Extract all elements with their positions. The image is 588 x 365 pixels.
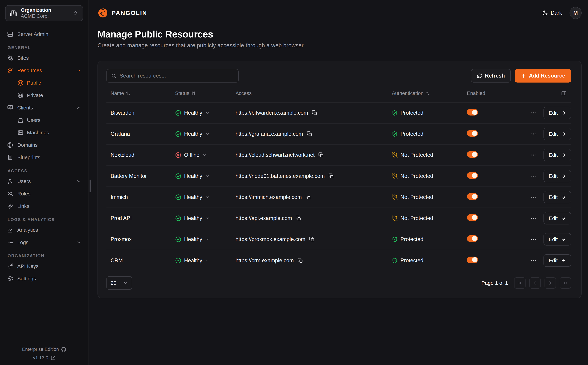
table-row: Immich Healthy https://immich.example.co… bbox=[106, 187, 571, 208]
status-dropdown[interactable]: Healthy bbox=[175, 110, 209, 116]
sidebar-item-server-admin[interactable]: Server Admin bbox=[5, 29, 84, 39]
toggle-knob bbox=[472, 110, 477, 115]
column-header-status[interactable]: Status bbox=[175, 91, 235, 96]
status-label: Healthy bbox=[184, 257, 202, 264]
status-dropdown[interactable]: Healthy bbox=[175, 257, 209, 264]
search-input[interactable] bbox=[120, 73, 234, 79]
sidebar-item-machines[interactable]: Machines bbox=[15, 128, 84, 137]
column-header-name[interactable]: Name bbox=[111, 91, 175, 96]
resource-name: Nextcloud bbox=[111, 152, 175, 158]
chevron-down-icon bbox=[76, 179, 81, 184]
enabled-toggle[interactable] bbox=[467, 151, 478, 158]
copy-url-button[interactable] bbox=[306, 194, 311, 200]
sidebar-item-roles[interactable]: Roles bbox=[5, 189, 84, 199]
row-menu-button[interactable] bbox=[529, 172, 538, 180]
status-dropdown[interactable]: Healthy bbox=[175, 236, 209, 242]
sidebar-item-analytics[interactable]: Analytics bbox=[5, 225, 84, 235]
sidebar-item-label: Private bbox=[27, 92, 43, 98]
copy-url-button[interactable] bbox=[307, 131, 312, 137]
circle-check-icon bbox=[175, 194, 181, 200]
prev-page-button[interactable] bbox=[529, 277, 541, 289]
circle-check-icon bbox=[175, 215, 181, 221]
copy-url-button[interactable] bbox=[312, 110, 317, 116]
row-menu-button[interactable] bbox=[529, 130, 538, 138]
sidebar-item-clients[interactable]: Clients bbox=[5, 103, 84, 112]
circle-check-icon bbox=[175, 257, 181, 264]
row-menu-button[interactable] bbox=[529, 193, 538, 201]
edit-button[interactable]: Edit bbox=[543, 170, 571, 182]
edit-button[interactable]: Edit bbox=[543, 191, 571, 204]
enabled-toggle[interactable] bbox=[467, 214, 478, 221]
status-dropdown[interactable]: Offline bbox=[175, 152, 207, 158]
refresh-button[interactable]: Refresh bbox=[471, 69, 511, 83]
edition-link[interactable]: Enterprise Edition bbox=[0, 347, 89, 352]
sidebar-item-resources[interactable]: Resources bbox=[5, 66, 84, 75]
edit-button[interactable]: Edit bbox=[543, 107, 571, 119]
sidebar-item-public[interactable]: Public bbox=[15, 78, 84, 88]
first-page-button[interactable] bbox=[514, 277, 526, 289]
enabled-toggle[interactable] bbox=[467, 109, 478, 115]
circle-x-icon bbox=[175, 152, 181, 158]
enabled-toggle[interactable] bbox=[467, 172, 478, 179]
sidebar-item-logs[interactable]: Logs bbox=[5, 238, 84, 247]
copy-url-button[interactable] bbox=[296, 216, 301, 221]
status-dropdown[interactable]: Healthy bbox=[175, 131, 209, 137]
copy-url-button[interactable] bbox=[318, 152, 324, 158]
page-size-select[interactable]: 20 bbox=[106, 276, 132, 290]
section-heading-general: GENERAL bbox=[7, 45, 84, 50]
sidebar-item-private[interactable]: Private bbox=[15, 91, 84, 100]
row-menu-button[interactable] bbox=[529, 109, 538, 117]
edit-button[interactable]: Edit bbox=[543, 254, 571, 267]
edit-button[interactable]: Edit bbox=[543, 149, 571, 161]
add-resource-button[interactable]: Add Resource bbox=[515, 69, 571, 83]
enabled-toggle[interactable] bbox=[467, 235, 478, 242]
edit-button[interactable]: Edit bbox=[543, 128, 571, 140]
copy-url-button[interactable] bbox=[309, 237, 315, 242]
last-page-button[interactable] bbox=[560, 277, 571, 289]
edit-button[interactable]: Edit bbox=[543, 233, 571, 246]
edit-label: Edit bbox=[549, 236, 558, 242]
theme-toggle[interactable]: Dark bbox=[542, 10, 562, 16]
columns-icon[interactable] bbox=[561, 91, 567, 96]
row-menu-button[interactable] bbox=[529, 214, 538, 222]
sidebar-item-domains[interactable]: Domains bbox=[5, 140, 84, 150]
shield-off-icon bbox=[392, 152, 398, 158]
org-switcher-label: Organization bbox=[21, 7, 69, 13]
sidebar-item-client-users[interactable]: Users bbox=[15, 115, 84, 125]
status-dropdown[interactable]: Healthy bbox=[175, 194, 209, 200]
status-label: Healthy bbox=[184, 131, 202, 137]
copy-url-button[interactable] bbox=[328, 173, 334, 179]
org-switcher[interactable]: Organization ACME Corp. bbox=[5, 5, 83, 21]
shield-off-icon bbox=[392, 173, 398, 179]
section-heading-logs-analytics: LOGS & ANALYTICS bbox=[7, 217, 84, 222]
copy-url-button[interactable] bbox=[298, 258, 303, 263]
sort-icon bbox=[191, 91, 196, 96]
enabled-toggle[interactable] bbox=[467, 257, 478, 263]
sidebar-item-label: Domains bbox=[17, 142, 38, 148]
sidebar-scrollbar-thumb[interactable] bbox=[89, 180, 91, 192]
column-header-authentication[interactable]: Authentication bbox=[392, 91, 467, 96]
row-menu-button[interactable] bbox=[529, 235, 538, 243]
sidebar-item-users[interactable]: Users bbox=[5, 176, 84, 186]
sidebar-item-sites[interactable]: Sites bbox=[5, 53, 84, 63]
sidebar-item-settings[interactable]: Settings bbox=[5, 274, 84, 283]
row-menu-button[interactable] bbox=[529, 256, 538, 265]
status-label: Offline bbox=[184, 152, 199, 158]
sidebar-item-api-keys[interactable]: API Keys bbox=[5, 261, 84, 271]
sidebar-item-links[interactable]: Links bbox=[5, 201, 84, 211]
status-dropdown[interactable]: Healthy bbox=[175, 173, 209, 179]
sidebar-item-blueprints[interactable]: Blueprints bbox=[5, 153, 84, 162]
status-dropdown[interactable]: Healthy bbox=[175, 215, 209, 221]
edit-button[interactable]: Edit bbox=[543, 212, 571, 225]
row-menu-button[interactable] bbox=[529, 151, 538, 159]
next-page-button[interactable] bbox=[545, 277, 556, 289]
table-row: Proxmox Healthy https://proxmox.example.… bbox=[106, 229, 571, 250]
enabled-toggle[interactable] bbox=[467, 130, 478, 137]
avatar[interactable]: M bbox=[569, 7, 582, 19]
section-heading-organization: ORGANIZATION bbox=[7, 253, 84, 258]
enabled-toggle[interactable] bbox=[467, 193, 478, 200]
link-icon bbox=[7, 203, 13, 209]
table-toolbar: Refresh Add Resource bbox=[106, 69, 571, 83]
version-link[interactable]: v1.13.0 bbox=[0, 355, 89, 360]
circle-check-icon bbox=[175, 131, 181, 137]
